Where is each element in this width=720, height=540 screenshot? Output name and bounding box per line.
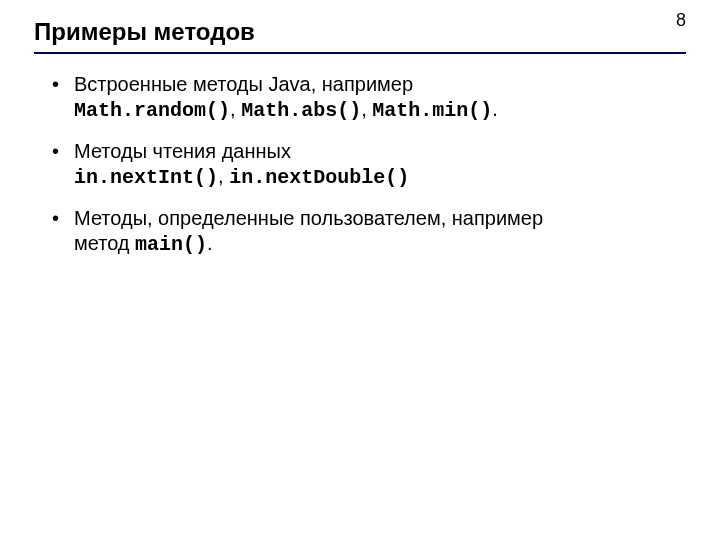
bullet-line: Встроенные методы Java, например [74, 72, 686, 97]
bullet-line: Math.random(), Math.abs(), Math.min(). [74, 97, 686, 123]
code-snippet: Math.abs() [241, 99, 361, 122]
bullet-line: Методы чтения данных [74, 139, 686, 164]
code-snippet: in.nextDouble() [229, 166, 409, 189]
list-item: Методы чтения данных in.nextInt(), in.ne… [52, 139, 686, 190]
code-snippet: Math.random() [74, 99, 230, 122]
code-snippet: in.nextInt() [74, 166, 218, 189]
bullet-list: Встроенные методы Java, например Math.ra… [34, 72, 686, 257]
bullet-line: Методы, определенные пользователем, напр… [74, 206, 686, 231]
list-item: Встроенные методы Java, например Math.ra… [52, 72, 686, 123]
tail: . [207, 232, 213, 254]
tail: . [492, 98, 498, 120]
separator: , [218, 165, 229, 187]
list-item: Методы, определенные пользователем, напр… [52, 206, 686, 257]
page-number: 8 [676, 10, 686, 31]
separator: , [230, 98, 241, 120]
bullet-text: метод [74, 232, 135, 254]
code-snippet: Math.min() [372, 99, 492, 122]
bullet-line: метод main(). [74, 231, 686, 257]
bullet-line: in.nextInt(), in.nextDouble() [74, 164, 686, 190]
separator: , [361, 98, 372, 120]
code-snippet: main() [135, 233, 207, 256]
slide-title: Примеры методов [34, 18, 686, 54]
